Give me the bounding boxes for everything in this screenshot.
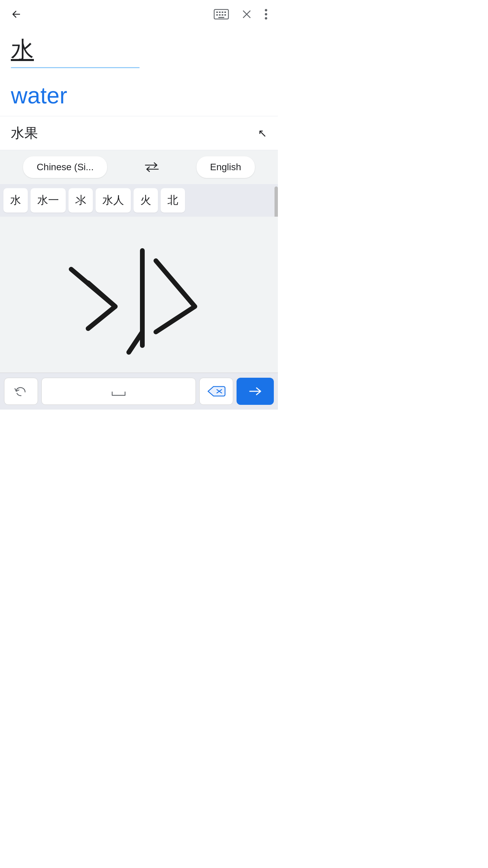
- char-suggestion-6[interactable]: 北: [161, 188, 185, 213]
- svg-rect-4: [224, 12, 226, 13]
- translation-panel: water: [0, 72, 278, 116]
- svg-point-12: [265, 17, 267, 20]
- svg-rect-7: [222, 14, 223, 16]
- keyboard-toggle-button[interactable]: [211, 6, 231, 22]
- char-suggestion-3[interactable]: 氺: [68, 188, 93, 213]
- source-panel: 水: [0, 26, 278, 72]
- top-bar-right: [211, 6, 270, 22]
- char-suggestions: 水 水一 氺 水人 火 北: [0, 184, 278, 217]
- top-bar: [0, 0, 278, 26]
- suggestion-text: 水果: [11, 124, 38, 142]
- target-lang-button[interactable]: English: [197, 156, 255, 178]
- svg-rect-6: [219, 14, 221, 16]
- svg-rect-8: [224, 14, 226, 16]
- close-button[interactable]: [239, 7, 254, 22]
- svg-rect-5: [216, 14, 218, 16]
- lang-selector: Chinese (Si... English: [0, 150, 278, 184]
- char-suggestion-4[interactable]: 水人: [96, 188, 131, 213]
- expand-icon: ↖: [258, 127, 267, 140]
- char-suggestion-1[interactable]: 水: [3, 188, 28, 213]
- svg-rect-2: [219, 12, 221, 13]
- suggestion-row[interactable]: 水果 ↖: [0, 116, 278, 150]
- svg-point-10: [265, 9, 267, 12]
- undo-button[interactable]: [4, 378, 38, 405]
- bottom-bar: [0, 373, 278, 410]
- back-button[interactable]: [8, 6, 24, 22]
- source-underline: [11, 67, 140, 68]
- char-suggestion-2[interactable]: 水一: [30, 188, 66, 213]
- char-suggestion-5[interactable]: 火: [134, 188, 158, 213]
- svg-rect-1: [216, 12, 218, 13]
- more-options-button[interactable]: [262, 6, 270, 22]
- handwriting-area[interactable]: [0, 217, 278, 373]
- translated-text: water: [11, 82, 267, 110]
- space-button[interactable]: [41, 378, 196, 405]
- handwriting-canvas: [0, 217, 278, 373]
- svg-rect-9: [218, 17, 224, 18]
- svg-rect-3: [222, 12, 223, 13]
- delete-button[interactable]: [199, 378, 233, 405]
- source-lang-button[interactable]: Chinese (Si...: [23, 156, 107, 178]
- swap-languages-button[interactable]: [143, 161, 161, 173]
- svg-point-11: [265, 13, 267, 16]
- source-text[interactable]: 水: [11, 36, 267, 64]
- top-bar-left: [8, 6, 24, 22]
- enter-button[interactable]: [237, 378, 274, 405]
